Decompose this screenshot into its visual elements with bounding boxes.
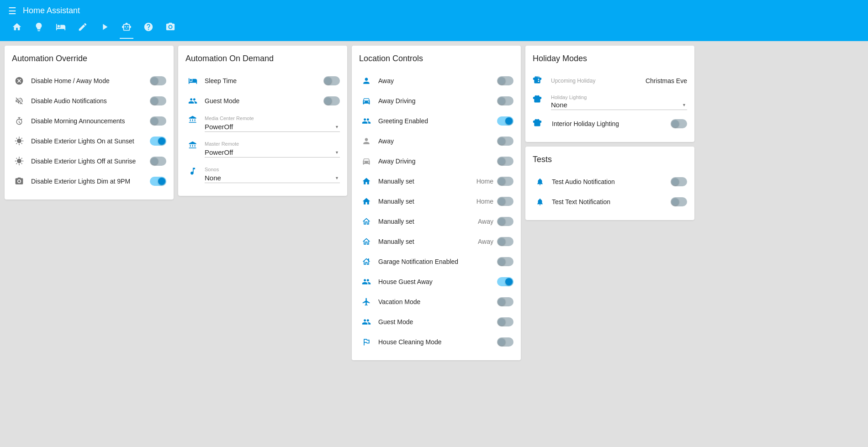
test-audio-notif-toggle[interactable] — [671, 177, 687, 186]
manually-set-away-2-toggle[interactable] — [497, 237, 513, 246]
away-label-1: Away — [374, 77, 497, 84]
master-remote-label: Master Remote — [205, 141, 340, 147]
away-driving-toggle-2[interactable] — [497, 157, 513, 166]
manually-set-away-1-toggle[interactable] — [497, 217, 513, 226]
guest-mode-demand-toggle[interactable] — [323, 96, 340, 105]
manually-set-away-1-icon — [359, 217, 374, 226]
garage-notif-row: Garage Notification Enabled — [359, 252, 513, 272]
house-guest-away-icon — [359, 277, 374, 286]
master-remote-wrapper: PowerOff On Off — [205, 147, 340, 158]
away-label-2: Away — [374, 137, 497, 145]
greeting-enabled-label: Greeting Enabled — [374, 117, 497, 125]
greeting-enabled-row: Greeting Enabled — [359, 111, 513, 131]
location-controls-card: Location Controls Away Away Driving — [352, 46, 521, 360]
vacation-mode-row: Vacation Mode — [359, 292, 513, 312]
robot-nav-icon[interactable] — [120, 20, 133, 36]
manually-set-away-2-icon — [359, 237, 374, 246]
bedroom-nav-icon[interactable] — [54, 20, 68, 36]
edit-nav-icon[interactable] — [76, 20, 90, 36]
away-person-icon-1 — [359, 76, 374, 85]
test-audio-notif-label: Test Audio Notification — [547, 178, 671, 185]
sonos-row: Sonos None On Off — [185, 162, 340, 188]
main-content: Automation Override Disable Home / Away … — [0, 41, 868, 365]
app-title: Home Assistant — [23, 6, 80, 16]
tests-card: Tests Test Audio Notification Test Text … — [525, 147, 694, 220]
media-center-remote-select[interactable]: PowerOff On Off — [205, 122, 340, 132]
test-text-notif-toggle[interactable] — [671, 197, 687, 206]
help-nav-icon[interactable] — [142, 20, 155, 36]
manually-set-home-1-toggle[interactable] — [497, 177, 513, 186]
disable-ext-sunrise-toggle[interactable] — [150, 157, 166, 166]
toggle-row-disable-audio: Disable Audio Notifications — [12, 91, 166, 111]
vacation-mode-icon — [359, 297, 374, 306]
test-text-notif-row: Test Text Notification — [533, 192, 687, 212]
house-guest-away-label: House Guest Away — [374, 278, 497, 285]
manually-set-home-2-row: Manually set Home — [359, 191, 513, 211]
house-guest-away-toggle[interactable] — [497, 277, 513, 286]
disable-audio-label: Disable Audio Notifications — [26, 97, 150, 105]
disable-ext-dim-toggle[interactable] — [150, 177, 166, 186]
media-center-remote-label: Media Center Remote — [205, 116, 340, 121]
master-remote-select[interactable]: PowerOff On Off — [205, 147, 340, 158]
interior-holiday-lighting-toggle[interactable] — [671, 119, 687, 128]
away-driving-row-2: Away Driving — [359, 151, 513, 171]
automation-override-title: Automation Override — [12, 54, 166, 63]
away-driving-label-1: Away Driving — [374, 97, 497, 105]
disable-audio-toggle[interactable] — [150, 96, 166, 105]
nav-bar — [8, 20, 860, 36]
interior-holiday-lighting-row: Interior Holiday Lighting — [533, 114, 687, 134]
right-column: Holiday Modes Upcoming Holiday Christmas… — [525, 46, 694, 220]
guest-mode-demand-icon — [185, 96, 200, 105]
sleep-time-toggle[interactable] — [323, 76, 340, 85]
manually-set-home-1-sublabel: Home — [476, 178, 493, 185]
house-cleaning-row: House Cleaning Mode — [359, 332, 513, 352]
manually-set-home-2-sublabel: Home — [476, 198, 493, 205]
manually-set-home-1-label: Manually set — [374, 178, 476, 185]
sonos-select[interactable]: None On Off — [205, 173, 340, 183]
disable-home-away-icon — [12, 76, 26, 85]
disable-ext-sunset-toggle[interactable] — [150, 137, 166, 146]
away-toggle-2[interactable] — [497, 137, 513, 146]
camera-nav-icon[interactable] — [164, 20, 177, 36]
manually-set-home-2-label: Manually set — [374, 198, 476, 205]
bulb-nav-icon[interactable] — [32, 20, 46, 36]
manually-set-away-1-label: Manually set — [374, 218, 478, 225]
interior-holiday-icon — [533, 118, 547, 130]
test-audio-notif-row: Test Audio Notification — [533, 172, 687, 192]
away-row-2: Away — [359, 131, 513, 151]
disable-audio-icon — [12, 96, 26, 105]
away-row-1: Away — [359, 71, 513, 91]
greeting-enabled-toggle[interactable] — [497, 116, 513, 126]
interior-holiday-lighting-label: Interior Holiday Lighting — [547, 120, 671, 127]
away-driving-label-2: Away Driving — [374, 158, 497, 165]
away-driving-toggle-1[interactable] — [497, 96, 513, 105]
play-nav-icon[interactable] — [98, 20, 111, 36]
guest-mode-location-icon — [359, 317, 374, 326]
away-toggle-1[interactable] — [497, 76, 513, 85]
test-text-notif-icon — [533, 198, 547, 206]
test-audio-notif-icon — [533, 178, 547, 186]
disable-ext-sunrise-icon — [12, 157, 26, 166]
manually-set-home-2-toggle[interactable] — [497, 197, 513, 206]
upcoming-holiday-row: Upcoming Holiday Christmas Eve — [533, 71, 687, 91]
toggle-row-disable-ext-sunrise: Disable Exterior Lights Off at Sunrise — [12, 151, 166, 171]
house-cleaning-toggle[interactable] — [497, 337, 513, 347]
disable-morning-label: Disable Morning Announcements — [26, 117, 150, 125]
disable-morning-toggle[interactable] — [150, 116, 166, 126]
menu-icon[interactable]: ☰ — [8, 5, 16, 16]
toggle-row-disable-morning: Disable Morning Announcements — [12, 111, 166, 131]
master-remote-icon — [185, 141, 200, 150]
tests-title: Tests — [533, 155, 687, 164]
guest-mode-location-row: Guest Mode — [359, 312, 513, 332]
manually-set-away-2-row: Manually set Away — [359, 231, 513, 252]
upcoming-holiday-content: Upcoming Holiday — [547, 78, 646, 84]
guest-mode-location-toggle[interactable] — [497, 317, 513, 326]
garage-notif-toggle[interactable] — [497, 257, 513, 266]
disable-home-away-toggle[interactable] — [150, 76, 166, 85]
house-cleaning-icon — [359, 337, 374, 347]
vacation-mode-toggle[interactable] — [497, 297, 513, 306]
manually-set-home-2-icon — [359, 197, 374, 206]
holiday-lighting-select[interactable]: None Christmas Halloween — [551, 100, 687, 110]
location-controls-title: Location Controls — [359, 54, 513, 63]
home-nav-icon[interactable] — [10, 20, 24, 36]
